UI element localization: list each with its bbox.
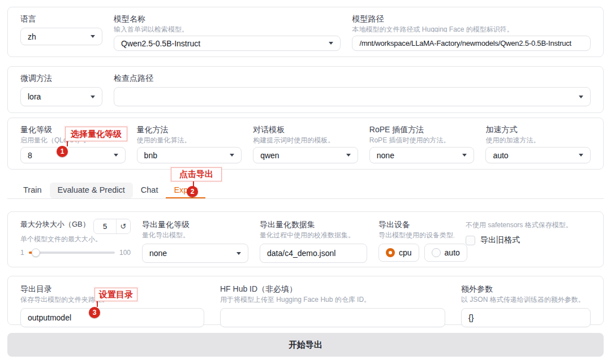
model-name-label: 模型名称 bbox=[114, 13, 341, 24]
quant-method-dropdown[interactable]: bnb bbox=[137, 147, 242, 163]
tab-evaluate-predict[interactable]: Evaluate & Predict bbox=[50, 183, 133, 198]
chevron-down-icon bbox=[346, 154, 351, 157]
legacy-format-label: 导出旧格式 bbox=[480, 235, 520, 245]
annotation-step2-box: 点击导出 bbox=[171, 167, 222, 181]
export-device-label: 导出设备 bbox=[378, 219, 454, 230]
template-label: 对话模板 bbox=[253, 124, 358, 135]
template-dropdown[interactable]: qwen bbox=[253, 147, 358, 163]
finetune-method-label: 微调方法 bbox=[20, 72, 102, 84]
rope-hint: RoPE 插值时使用的方法。 bbox=[369, 136, 475, 144]
export-quant-bit-value: none bbox=[149, 249, 232, 258]
export-quant-dataset-input[interactable]: data/c4_demo.jsonl bbox=[260, 244, 367, 263]
export-quant-dataset-value: data/c4_demo.jsonl bbox=[267, 249, 360, 258]
max-shard-size-hint: 单个模型文件的最大大小。 bbox=[20, 235, 131, 244]
booster-dropdown[interactable]: auto bbox=[485, 147, 591, 163]
rope-label: RoPE 插值方法 bbox=[369, 124, 475, 135]
radio-unselected-icon bbox=[432, 248, 441, 257]
quant-method-label: 量化方法 bbox=[137, 124, 242, 135]
hf-hub-id-field: HF Hub ID（非必填） 用于将模型上传至 Hugging Face Hub… bbox=[220, 283, 445, 327]
template-value: qwen bbox=[260, 151, 342, 160]
model-name-hint: 输入首单词以检索模型。 bbox=[114, 25, 341, 32]
max-shard-size-field: 最大分块大小（GB） 5 ↺ 单个模型文件的最大大小。 1 100 bbox=[20, 219, 131, 263]
export-quant-dataset-label: 导出量化数据集 bbox=[260, 219, 367, 230]
template-hint: 构建提示词时使用的模板。 bbox=[253, 136, 358, 144]
language-label: 语言 bbox=[20, 13, 102, 24]
checkpoint-path-dropdown[interactable] bbox=[114, 87, 591, 106]
max-shard-size-slider[interactable] bbox=[29, 252, 115, 254]
annotation-step2-badge: 2 bbox=[187, 186, 198, 197]
export-quant-bit-field: 导出量化等级 量化导出模型。 none bbox=[142, 219, 248, 263]
chevron-down-icon bbox=[462, 154, 467, 157]
hf-hub-id-label: HF Hub ID（非必填） bbox=[220, 283, 445, 294]
model-path-input[interactable]: /mnt/workspace/LLaMA-Factory/newmodels/Q… bbox=[352, 36, 591, 51]
advanced-config-group: 量化等级 启用量化（QLoRA）。 8 量化方法 使用的量化算法。 bnb 对话… bbox=[7, 118, 604, 170]
language-dropdown[interactable]: zh bbox=[20, 28, 102, 45]
model-path-hint: 本地模型的文件路径或 Hugging Face 的模型标识符。 bbox=[352, 25, 591, 32]
model-config-group: 语言 zh 模型名称 输入首单词以检索模型。 Qwen2.5-0.5B-Inst… bbox=[7, 7, 604, 57]
quant-method-value: bnb bbox=[144, 151, 226, 160]
export-quant-bit-dropdown[interactable]: none bbox=[142, 244, 248, 263]
legacy-format-hint: 不使用 safetensors 格式保存模型。 bbox=[466, 220, 591, 230]
radio-selected-icon bbox=[386, 248, 395, 257]
rope-dropdown[interactable]: none bbox=[369, 147, 475, 163]
slider-handle[interactable] bbox=[32, 249, 40, 257]
annotation-step1-line bbox=[67, 141, 68, 146]
model-name-value: Qwen2.5-0.5B-Instruct bbox=[121, 39, 324, 48]
slider-min-label: 1 bbox=[20, 249, 24, 257]
finetune-method-dropdown[interactable]: lora bbox=[20, 87, 102, 106]
export-device-option-auto[interactable]: auto bbox=[424, 244, 467, 262]
extra-args-input[interactable]: {} bbox=[461, 308, 591, 327]
language-value: zh bbox=[28, 32, 86, 41]
finetune-group: 微调方法 lora 检查点路径 bbox=[7, 66, 604, 113]
finetune-method-value: lora bbox=[28, 92, 86, 101]
reset-icon[interactable]: ↺ bbox=[116, 219, 130, 233]
export-quant-dataset-field: 导出量化数据集 量化过程中使用的校准数据集。 data/c4_demo.json… bbox=[260, 219, 367, 263]
chevron-down-icon bbox=[91, 96, 95, 98]
chevron-down-icon bbox=[579, 154, 583, 157]
quant-bit-dropdown[interactable]: 8 bbox=[20, 147, 126, 163]
export-device-cpu-label: cpu bbox=[399, 248, 412, 257]
annotation-step1-badge: 1 bbox=[57, 146, 68, 157]
export-options-group: 最大分块大小（GB） 5 ↺ 单个模型文件的最大大小。 1 100 bbox=[7, 211, 604, 267]
main-tabbar: Train Evaluate & Predict Chat Export bbox=[7, 183, 604, 199]
chevron-down-icon bbox=[579, 96, 583, 98]
max-shard-size-input[interactable]: 5 ↺ bbox=[93, 219, 131, 234]
extra-args-label: 额外参数 bbox=[461, 283, 591, 294]
chevron-down-icon bbox=[114, 154, 118, 157]
tab-train[interactable]: Train bbox=[15, 183, 50, 198]
model-path-value: /mnt/workspace/LLaMA-Factory/newmodels/Q… bbox=[359, 39, 583, 47]
hf-hub-id-hint: 用于将模型上传至 Hugging Face Hub 的仓库 ID。 bbox=[220, 295, 445, 305]
llamafactory-webui: 语言 zh 模型名称 输入首单词以检索模型。 Qwen2.5-0.5B-Inst… bbox=[0, 0, 611, 364]
export-device-hint: 导出模型使用的设备类型。 bbox=[378, 231, 454, 240]
hf-hub-id-input[interactable] bbox=[220, 308, 445, 327]
export-dir-value: outputmodel bbox=[28, 313, 197, 322]
export-quant-bit-label: 导出量化等级 bbox=[142, 219, 248, 230]
start-export-button[interactable]: 开始导出 bbox=[7, 333, 604, 357]
annotation-step3-line bbox=[97, 301, 98, 307]
booster-hint: 使用的加速方法。 bbox=[485, 136, 591, 144]
chevron-down-icon bbox=[329, 42, 333, 45]
annotation-step1-box: 选择量化等级 bbox=[65, 127, 127, 141]
rope-value: none bbox=[377, 151, 458, 160]
quant-bit-value: 8 bbox=[28, 151, 109, 160]
max-shard-size-label: 最大分块大小（GB） bbox=[20, 219, 90, 230]
legacy-format-field: 不使用 safetensors 格式保存模型。 导出旧格式 bbox=[466, 219, 591, 263]
extra-args-value: {} bbox=[468, 313, 583, 322]
annotation-step3-badge: 3 bbox=[89, 307, 100, 318]
slider-max-label: 100 bbox=[119, 249, 131, 257]
checkpoint-path-label: 检查点路径 bbox=[114, 72, 591, 84]
legacy-format-checkbox[interactable] bbox=[466, 236, 475, 245]
tab-export[interactable]: Export bbox=[166, 183, 205, 198]
annotation-step3-box: 设置目录 bbox=[94, 288, 137, 301]
booster-value: auto bbox=[493, 151, 574, 160]
extra-args-field: 额外参数 以 JSON 格式传递给训练器的额外参数。 {} bbox=[461, 283, 591, 327]
export-dir-input[interactable]: outputmodel bbox=[20, 308, 204, 327]
extra-args-hint: 以 JSON 格式传递给训练器的额外参数。 bbox=[461, 295, 591, 305]
export-quant-bit-hint: 量化导出模型。 bbox=[142, 231, 248, 240]
max-shard-size-value[interactable]: 5 bbox=[94, 219, 116, 233]
model-name-dropdown[interactable]: Qwen2.5-0.5B-Instruct bbox=[114, 36, 341, 51]
export-device-option-cpu[interactable]: cpu bbox=[378, 244, 419, 262]
quant-method-hint: 使用的量化算法。 bbox=[137, 136, 242, 144]
tab-chat[interactable]: Chat bbox=[133, 183, 166, 198]
export-quant-dataset-hint: 量化过程中使用的校准数据集。 bbox=[260, 231, 367, 240]
